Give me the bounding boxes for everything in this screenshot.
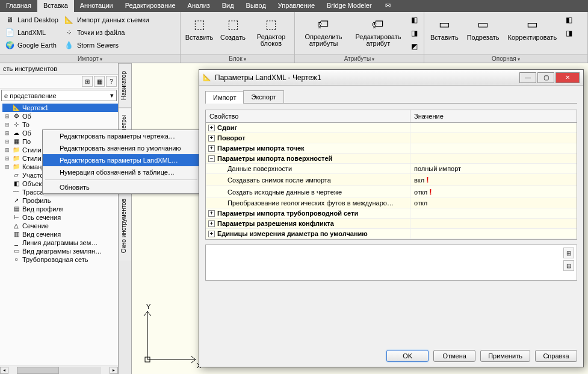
tree-expander-icon[interactable]: ⊞ xyxy=(4,139,10,145)
lp-tool-grid-icon[interactable]: ▦ xyxy=(94,76,105,87)
prop-value[interactable]: полный импорт xyxy=(414,165,461,172)
hscroll-right-icon[interactable]: ▸ xyxy=(110,367,118,374)
ribbon-tab-bridge[interactable]: Bridge Modeler xyxy=(321,0,378,12)
rb-attr-opt1[interactable]: ◧ xyxy=(408,14,420,25)
ribbon-tab-main[interactable]: Главная xyxy=(0,0,37,12)
ribbon-tab-edit[interactable]: Редактирование xyxy=(119,0,182,12)
cancel-button[interactable]: Отмена xyxy=(433,350,475,362)
tree-item[interactable]: △Сечение xyxy=(2,222,118,230)
tree-expander-icon[interactable]: ⊞ xyxy=(4,164,10,170)
rb-attr-edit[interactable]: 🏷Редактировать атрибут xyxy=(352,14,404,48)
desc-expand-icon[interactable]: ⊞ xyxy=(563,248,574,258)
rb-ref-insert[interactable]: ▭Вставить xyxy=(428,14,461,42)
rb-ref-opt2[interactable]: ◨ xyxy=(563,28,575,39)
ctx-edit-landxml-params[interactable]: Редактировать параметры LandXML… xyxy=(43,154,200,166)
prop-expander-icon[interactable]: + xyxy=(208,210,215,217)
left-panel-hscroll[interactable]: ◂ ▸ xyxy=(0,366,118,374)
ctx-refresh[interactable]: Обновить xyxy=(43,181,200,193)
left-panel-view-combo[interactable]: е представление ▾ xyxy=(1,90,117,101)
prop-row[interactable]: Преобразование геологических футов в меж… xyxy=(206,198,577,208)
rb-landxml[interactable]: 📄LandXML xyxy=(4,27,60,38)
lp-tool-tree-icon[interactable]: ⊞ xyxy=(82,76,93,87)
prop-value[interactable]: откл xyxy=(414,199,427,207)
prop-group-row[interactable]: + Единицы измерения диаметра по умолчани… xyxy=(206,229,577,239)
hscroll-left-icon[interactable]: ◂ xyxy=(0,367,8,374)
ribbon-tab-view[interactable]: Вид xyxy=(216,0,240,12)
mail-icon[interactable]: ✉ xyxy=(382,0,394,12)
lp-tool-help-icon[interactable]: ? xyxy=(106,76,117,87)
rb-block-insert[interactable]: ⬚Вставить xyxy=(184,14,214,42)
ribbon-group-import-title[interactable]: Импорт xyxy=(0,54,180,63)
rb-land-desktop[interactable]: 🖥Land Desktop xyxy=(4,14,60,25)
tree-item[interactable]: ▥Вид сечения xyxy=(2,230,118,238)
prop-value[interactable]: откл xyxy=(414,189,427,196)
rb-block-create[interactable]: ⬚Создать xyxy=(218,14,248,42)
tree-expander-icon[interactable]: ⊞ xyxy=(4,155,10,161)
tree-item[interactable]: ○Трубопроводная сеть xyxy=(2,255,118,264)
ribbon-group-ref-title[interactable]: Опорная xyxy=(424,54,587,63)
hscroll-track[interactable] xyxy=(17,367,101,374)
rb-storm-sewers[interactable]: 💧Storm Sewers xyxy=(63,40,150,51)
prop-value[interactable]: вкл xyxy=(414,176,424,184)
side-tab-toolwindow[interactable]: Окно инструментов xyxy=(119,191,131,260)
dialog-close-button[interactable]: ✕ xyxy=(556,72,580,83)
ok-button[interactable]: OK xyxy=(386,350,429,362)
tree-expander-icon[interactable]: ⊞ xyxy=(4,147,10,153)
ribbon-tab-insert[interactable]: Вставка xyxy=(37,0,74,12)
rb-google-earth[interactable]: 🌍Google Earth xyxy=(4,40,60,51)
hscroll-thumb[interactable] xyxy=(17,367,59,374)
prop-group-row[interactable]: + Параметры импорта трубопроводной сети xyxy=(206,208,577,219)
ctx-edit-drawing-params[interactable]: Редактировать параметры чертежа… xyxy=(43,130,200,142)
prop-expander-icon[interactable]: + xyxy=(208,220,215,227)
tree-item[interactable]: ⊞⚙Об xyxy=(2,112,118,120)
prop-group-row[interactable]: + Параметры разрешения конфликта xyxy=(206,219,577,229)
tree-item[interactable]: ⊞⊹То xyxy=(2,120,118,129)
prop-expander-icon[interactable]: + xyxy=(208,125,215,131)
tree-item[interactable]: 📐Чертеж1 xyxy=(2,104,118,112)
rb-ref-opt1[interactable]: ◧ xyxy=(563,14,575,25)
dialog-minimize-button[interactable]: — xyxy=(519,72,536,83)
prop-expander-icon[interactable]: + xyxy=(208,145,215,152)
tree-item[interactable]: ⎯Линия диаграммы зем… xyxy=(2,238,118,247)
ribbon-tab-analysis[interactable]: Анализ xyxy=(182,0,216,12)
ctx-table-numbering[interactable]: Нумерация обозначений в таблице… xyxy=(43,166,200,178)
tree-expander-icon[interactable]: ⊞ xyxy=(4,122,10,128)
rb-import-survey[interactable]: 📐Импорт данных съемки xyxy=(63,14,150,25)
prop-group-row[interactable]: + Параметры импорта точек xyxy=(206,143,577,154)
dialog-maximize-button[interactable]: ▢ xyxy=(537,72,554,83)
side-tab-navigator[interactable]: Навигатор xyxy=(119,63,131,107)
prop-header-property[interactable]: Свойство xyxy=(206,110,410,122)
rb-attr-define[interactable]: 🏷Определить атрибуты xyxy=(299,14,348,48)
prop-group-row[interactable]: + Сдвиг xyxy=(206,123,577,133)
tree-expander-icon[interactable]: ⊞ xyxy=(4,113,10,119)
rb-ref-clip[interactable]: ▭Подрезать xyxy=(465,14,502,42)
apply-button[interactable]: Применить xyxy=(480,350,530,362)
ribbon-tab-manage[interactable]: Управление xyxy=(272,0,321,12)
prop-group-row[interactable]: + Поворот xyxy=(206,133,577,143)
prop-expander-icon[interactable]: + xyxy=(208,135,215,142)
prop-expander-icon[interactable]: + xyxy=(208,231,215,237)
tree-item[interactable]: ▤Вид профиля xyxy=(2,205,118,213)
ribbon-group-block-title[interactable]: Блок xyxy=(181,54,294,63)
prop-group-row[interactable]: − Параметры импорта поверхностей xyxy=(206,154,577,164)
rb-attr-opt2[interactable]: ◨ xyxy=(408,28,420,39)
tree-item[interactable]: ⊢Ось сечения xyxy=(2,213,118,222)
tree-item[interactable]: ↗Профиль xyxy=(2,196,118,205)
ctx-edit-defaults[interactable]: Редактировать значения по умолчанию xyxy=(43,142,200,154)
prop-row[interactable]: Создавать снимок после импортавкл ! xyxy=(206,174,577,186)
ribbon-group-attr-title[interactable]: Атрибуты xyxy=(295,54,424,63)
dialog-tab-import[interactable]: Импорт xyxy=(205,91,244,104)
ribbon-tab-output[interactable]: Вывод xyxy=(240,0,272,12)
rb-attr-opt3[interactable]: ◩ xyxy=(408,41,420,52)
dialog-titlebar[interactable]: 📐 Параметры LandXML - Чертеж1 — ▢ ✕ xyxy=(199,70,583,86)
prop-row[interactable]: Данные поверхностиполный импорт xyxy=(206,164,577,174)
prop-expander-icon[interactable]: − xyxy=(208,155,215,162)
rb-ref-adjust[interactable]: ▭Корректировать xyxy=(506,14,560,42)
help-button[interactable]: Справка xyxy=(535,350,577,362)
ribbon-tab-annotations[interactable]: Аннотации xyxy=(74,0,119,12)
rb-points-file[interactable]: ⁘Точки из файла xyxy=(63,27,150,38)
prop-row[interactable]: Создать исходные данные в чертежеоткл ! xyxy=(206,186,577,198)
prop-header-value[interactable]: Значение xyxy=(410,110,577,122)
tree-item[interactable]: ▭Вид диаграммы землян… xyxy=(2,247,118,255)
rb-block-editor[interactable]: ⬚Редактор блоков xyxy=(252,14,291,48)
